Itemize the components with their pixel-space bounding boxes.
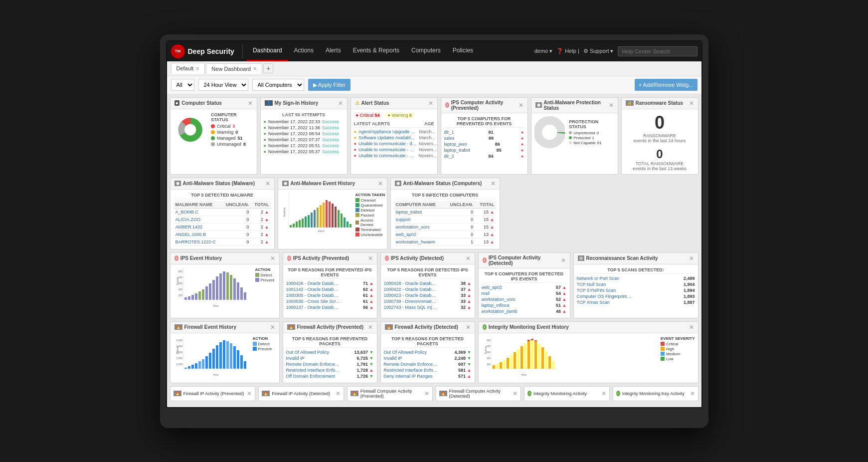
- ips-comp-name-5[interactable]: dir_2: [444, 154, 454, 159]
- amc-name-4[interactable]: web_ap02: [396, 232, 417, 237]
- filter-computers-select[interactable]: All Computers: [252, 79, 304, 91]
- imeh-close[interactable]: ✕: [689, 324, 694, 331]
- amm-name-3[interactable]: AMBER.1432: [175, 225, 203, 230]
- fad-name-1[interactable]: Out Of Allowed Policy: [384, 350, 427, 355]
- fap-name-2[interactable]: Invalid IP: [286, 356, 305, 361]
- fap-name-3[interactable]: Remote Domain Enforcement (...: [286, 362, 341, 367]
- signin-history-close[interactable]: ✕: [338, 100, 343, 107]
- recon-name-1: Network or Port Scan: [577, 276, 620, 281]
- amm-name-2[interactable]: ALICIA.ZOO: [175, 217, 201, 222]
- ransomware-close[interactable]: ✕: [689, 100, 694, 107]
- amc-close[interactable]: ✕: [491, 180, 496, 187]
- nav-policies[interactable]: Policies: [447, 41, 479, 61]
- nav-help[interactable]: ❓ Help |: [556, 48, 579, 54]
- nav-user[interactable]: demo ▾: [534, 48, 553, 54]
- alert-age-4: Novem...: [419, 147, 434, 152]
- icd-name-4[interactable]: laptop_mfioca: [482, 303, 510, 308]
- computer-status-close[interactable]: ✕: [248, 100, 253, 107]
- svg-rect-85: [493, 365, 495, 369]
- ips-comp-name-1[interactable]: dir_1: [444, 130, 454, 135]
- iap-name-4[interactable]: 1000530 - Cross Site Scripting l...: [286, 299, 341, 304]
- icd-name-1[interactable]: web_ap02: [482, 285, 503, 290]
- feh-close[interactable]: ✕: [270, 324, 275, 331]
- icd-name-5[interactable]: workstation_jiamb: [482, 309, 518, 314]
- nav-events-reports[interactable]: Events & Reports: [347, 41, 405, 61]
- imeh-medium-sq: [661, 352, 665, 356]
- ameh-close[interactable]: ✕: [378, 180, 383, 187]
- fad-name-5[interactable]: Deny Internal IP Ranges: [384, 374, 433, 379]
- iap-name-2[interactable]: 1001142 - Oracle Database Ser...: [286, 287, 341, 292]
- iad-name-3[interactable]: 1000423 - Oracle Database Ser...: [384, 293, 439, 298]
- iap-name-3[interactable]: 1000305 - Oracle Database Ser...: [286, 293, 341, 298]
- iad-name-4[interactable]: 1000739 - DirectAnimation.DAT...: [384, 299, 439, 304]
- icd-name-3[interactable]: workstation_uors: [482, 297, 516, 302]
- nav-search-input[interactable]: [618, 46, 697, 56]
- icd-close[interactable]: ✕: [561, 257, 566, 264]
- ips-prevented-close[interactable]: ✕: [519, 102, 523, 109]
- iap-row-4: 1000530 - Cross Site Scripting l...61 ▲: [286, 299, 374, 304]
- svg-text:2,500: 2,500: [176, 357, 182, 360]
- bw1-close[interactable]: ✕: [247, 390, 252, 397]
- fap-name-5[interactable]: Off Domain Enforcement: [286, 374, 336, 379]
- fap-header: 🔥 Firewall Activity (Prevented) ✕: [283, 322, 377, 333]
- ips-comp-name-4[interactable]: laptop_trabot: [444, 148, 471, 153]
- fad-close[interactable]: ✕: [466, 324, 471, 331]
- fap-name-4[interactable]: Restricted Interface Enforcement: [286, 368, 341, 373]
- alert-name-4[interactable]: Unable to communicate - win201...: [358, 147, 417, 152]
- nav-computers[interactable]: Computers: [405, 41, 447, 61]
- fap-name-1[interactable]: Out Of Allowed Policy: [286, 350, 330, 355]
- iad-close[interactable]: ✕: [466, 255, 471, 262]
- apply-filter-button[interactable]: ▶ Apply Filter: [308, 79, 350, 91]
- nav-dashboard[interactable]: Dashboard: [247, 41, 288, 61]
- alert-status-close[interactable]: ✕: [428, 100, 433, 107]
- signin-date-1: November 17, 2022 22:33: [268, 119, 320, 124]
- amc-name-5[interactable]: workstation_hwaem: [396, 239, 436, 244]
- ameh-body: Events Hour ACTION TAKEN Cleaned Quarant…: [278, 190, 387, 240]
- amm-name-1[interactable]: A_BOMB.C: [175, 210, 199, 215]
- amc-name-1[interactable]: laptop_trabot: [396, 210, 422, 215]
- amc-name-2[interactable]: support: [396, 217, 411, 222]
- bw3-close[interactable]: ✕: [424, 390, 429, 397]
- fad-name-2[interactable]: Invalid IP: [384, 356, 402, 361]
- amp-close[interactable]: ✕: [609, 102, 614, 109]
- alert-name-2[interactable]: Software Updates Available for l...: [358, 135, 417, 140]
- iad-name-2[interactable]: 1000422 - Oracle Database Ser...: [384, 287, 439, 292]
- iap-name-5[interactable]: 1000137 - Oracle Database Ser...: [286, 305, 341, 310]
- tab-new-dashboard[interactable]: New Dashboard ✕: [206, 63, 262, 74]
- add-remove-widget-button[interactable]: + Add/Remove Widg...: [635, 79, 697, 91]
- fad-name-4[interactable]: Restricted Interface Enforcement: [384, 368, 439, 373]
- ipseh-close[interactable]: ✕: [270, 255, 275, 262]
- recon-close[interactable]: ✕: [689, 255, 694, 262]
- icd-name-2[interactable]: mail: [482, 291, 490, 296]
- bw2-close[interactable]: ✕: [336, 390, 341, 397]
- legend-quarantined: Quarantined: [355, 203, 385, 208]
- iap-name-1[interactable]: 1000426 - Oracle Database Ser...: [286, 281, 341, 286]
- signin-history-body: LAST 50 ATTEMPTS ● November 17, 2022 22:…: [261, 109, 347, 158]
- tab-default-close[interactable]: ✕: [195, 66, 199, 71]
- ips-comp-name-2[interactable]: sales: [444, 136, 455, 141]
- ips-comp-name-3[interactable]: laptop_jeen: [444, 142, 468, 147]
- amc-name-3[interactable]: workstation_uors: [396, 225, 430, 230]
- alert-name-1[interactable]: Agent/Appliance Upgrade Reco...: [358, 129, 417, 134]
- iad-name-5[interactable]: 1002743 - Mass SQL Injection S...: [384, 305, 439, 310]
- alert-name-3[interactable]: Unable to communicate - dsva tr...: [358, 141, 417, 146]
- iap-close[interactable]: ✕: [368, 255, 373, 262]
- filter-time-select[interactable]: 24 Hour View: [198, 79, 248, 91]
- bw5-close[interactable]: ✕: [601, 390, 606, 397]
- alert-name-5[interactable]: Unable to communicate - Windo...: [358, 153, 417, 158]
- fad-name-3[interactable]: Remote Domain Enforcement (...: [384, 362, 439, 367]
- amm-close[interactable]: ✕: [265, 180, 270, 187]
- tab-add-button[interactable]: +: [263, 63, 273, 73]
- bw6-close[interactable]: ✕: [690, 390, 695, 397]
- nav-support[interactable]: ⚙ Support ▾: [583, 48, 614, 54]
- nav-actions[interactable]: Actions: [288, 41, 320, 61]
- nav-alerts[interactable]: Alerts: [320, 41, 347, 61]
- amm-name-5[interactable]: BARROTES.1222-C: [175, 239, 216, 244]
- iad-name-1[interactable]: 1000428 - Oracle Database Ser...: [384, 281, 439, 286]
- bw4-close[interactable]: ✕: [513, 390, 518, 397]
- amm-name-4[interactable]: ANGEL.1000.B: [175, 232, 206, 237]
- tab-default[interactable]: Default ✕: [171, 63, 205, 74]
- tab-new-dashboard-close[interactable]: ✕: [253, 66, 257, 71]
- fap-close[interactable]: ✕: [368, 324, 373, 331]
- filter-view-select[interactable]: All: [171, 79, 194, 91]
